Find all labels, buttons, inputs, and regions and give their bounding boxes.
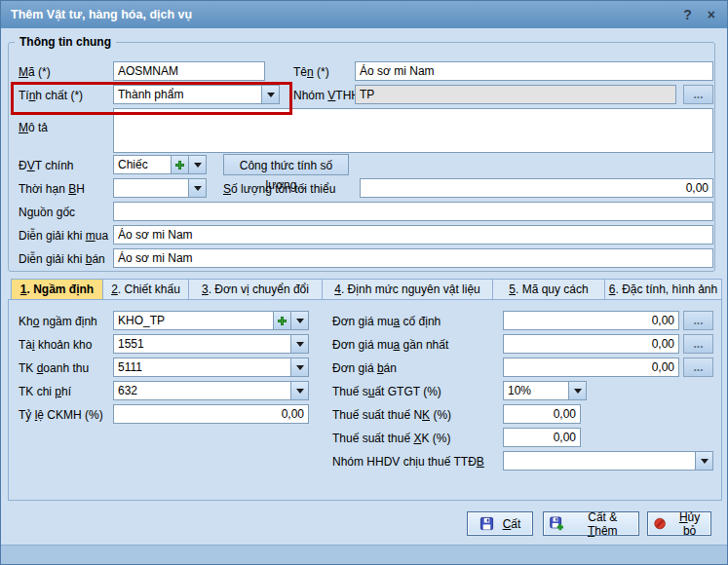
nature-value: Thành phẩm [114,86,261,103]
general-info-group-title: Thông tin chung [15,35,116,49]
save-and-add-button-label: Cất & Thêm [572,510,632,538]
quantity-formula-button[interactable]: Công thức tính số lượng... [223,154,349,175]
fixed-purchase-price-input[interactable] [503,311,679,330]
add-warehouse-button[interactable] [273,312,290,329]
special-tax-group-value [504,452,695,470]
save-button[interactable]: Cất [467,511,533,536]
min-stock-input[interactable] [360,178,713,198]
group-label: Nhóm VTHH [293,86,360,105]
default-warehouse-label: Kho ngầm định [19,312,97,331]
export-tax-label: Thuế suất thuế XK (%) [332,429,450,448]
tab-dinh-muc-nvl[interactable]: 4. Định mức nguyên vật liệu [323,279,493,300]
inventory-account-value: 1551 [114,335,290,353]
status-strip [1,545,727,565]
vat-rate-value: 10% [504,382,568,399]
unit-label: ĐVT chính [19,156,74,175]
dialog-title: Thêm Vật tư, hàng hóa, dịch vụ [11,8,192,21]
chevron-down-icon [574,389,582,394]
default-warehouse-combobox[interactable]: KHO_TP [113,311,309,330]
fixed-purchase-price-label: Đơn giá mua cố định [332,312,441,331]
code-label: Mã (*) [19,62,51,82]
tab-dac-tinh-hinh-anh[interactable]: 6. Đặc tính, hình ảnh [605,279,722,300]
description-label: Mô tả [19,118,48,137]
nature-combobox[interactable]: Thành phẩm [113,85,280,104]
discount-rate-input[interactable] [113,404,309,424]
dropdown-arrow-button[interactable] [568,382,586,399]
tab-chiet-khau[interactable]: 2. Chiết khấu [103,279,189,300]
sale-price-input[interactable] [503,358,679,377]
plus-icon [175,161,184,170]
dropdown-arrow-button[interactable] [261,86,279,103]
special-tax-group-label: Nhóm HHDV chịu thuế TTĐB [332,452,484,471]
latest-purchase-price-input[interactable] [503,334,679,354]
inventory-account-label: Tài khoản kho [19,335,92,355]
name-label: Tên (*) [293,62,329,82]
plus-icon [278,317,287,325]
dialog-window: Thêm Vật tư, hàng hóa, dịch vụ ? × Thông… [0,0,728,565]
vat-rate-combobox[interactable]: 10% [503,381,587,400]
dropdown-arrow-button[interactable] [290,335,308,353]
purchase-desc-input[interactable] [113,225,713,245]
chevron-down-icon [296,365,304,370]
dropdown-arrow-button[interactable] [290,312,308,329]
help-icon[interactable]: ? [683,1,692,28]
expense-account-combobox[interactable]: 632 [113,381,309,400]
export-tax-input[interactable] [503,428,581,447]
expense-account-label: TK chi phí [19,382,71,401]
default-warehouse-value: KHO_TP [114,312,273,329]
origin-label: Nguồn gốc [19,203,75,222]
fixed-purchase-price-browse-button[interactable]: ... [683,311,713,330]
dropdown-arrow-button[interactable] [188,156,206,173]
save-and-add-button[interactable]: Cất & Thêm [543,511,639,536]
unit-combobox[interactable]: Chiếc [113,155,207,174]
cancel-button-label: Hủy bỏ [674,510,705,538]
add-unit-button[interactable] [171,156,188,173]
inventory-account-combobox[interactable]: 1551 [113,334,309,354]
group-browse-button[interactable]: ... [683,85,713,104]
origin-input[interactable] [113,202,713,221]
chevron-down-icon [194,163,202,168]
special-tax-group-combobox[interactable] [503,451,713,471]
sale-price-label: Đơn giá bán [332,358,397,378]
close-icon[interactable]: × [708,1,715,28]
save-icon [479,516,494,531]
chevron-down-icon [701,459,709,464]
revenue-account-label: TK doanh thu [19,358,89,378]
nature-label: Tính chất (*) [19,86,83,105]
save-button-label: Cất [503,517,521,531]
discount-rate-label: Tỷ lệ CKMH (%) [19,405,103,425]
tab-don-vi-chuyen-doi[interactable]: 3. Đơn vị chuyển đổi [189,279,323,300]
sale-price-browse-button[interactable]: ... [683,358,713,377]
expense-account-value: 632 [114,382,290,399]
dropdown-arrow-button[interactable] [695,452,712,470]
group-readonly-field [355,85,676,104]
name-input[interactable] [355,61,713,81]
cancel-icon [654,516,666,531]
chevron-down-icon [296,389,304,394]
import-tax-input[interactable] [503,404,581,424]
sale-desc-label: Diễn giải khi bán [19,249,105,269]
cancel-button[interactable]: Hủy bỏ [647,511,711,536]
warranty-label: Thời hạn BH [19,179,85,199]
save-add-icon [550,516,563,531]
dropdown-arrow-button[interactable] [188,179,206,197]
revenue-account-value: 5111 [114,358,290,376]
code-input[interactable] [113,61,265,81]
import-tax-label: Thuế suất thuế NK (%) [332,405,451,425]
chevron-down-icon [194,186,202,191]
dropdown-arrow-button[interactable] [290,382,308,399]
tab-ngam-dinh[interactable]: 1. Ngầm định [11,279,103,300]
revenue-account-combobox[interactable]: 5111 [113,358,309,377]
purchase-desc-label: Diễn giải khi mua [19,226,108,245]
dropdown-arrow-button[interactable] [290,358,308,376]
latest-purchase-price-label: Đơn giá mua gần nhất [332,335,448,355]
min-stock-label: Số lượng tồn tối thiểu [223,179,335,199]
chevron-down-icon [296,342,304,347]
description-textarea[interactable] [113,108,713,153]
latest-purchase-price-browse-button[interactable]: ... [683,334,713,354]
sale-desc-input[interactable] [113,248,713,268]
chevron-down-icon [296,319,304,323]
warranty-combobox[interactable] [113,178,207,198]
tab-ma-quy-cach[interactable]: 5. Mã quy cách [493,279,605,300]
vat-rate-label: Thuế suất GTGT (%) [332,382,441,401]
